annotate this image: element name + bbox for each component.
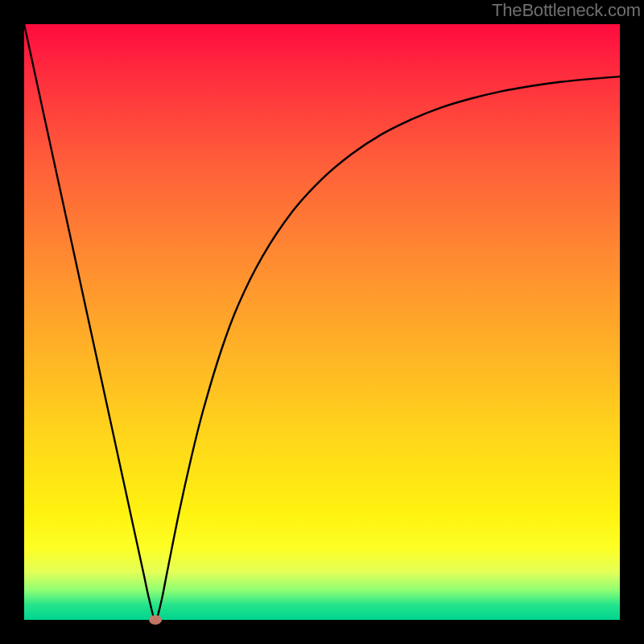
curve-path — [24, 24, 620, 620]
bottleneck-curve — [24, 24, 620, 620]
minimum-marker — [149, 615, 162, 625]
watermark-text: TheBottleneck.com — [492, 0, 641, 21]
plot-area — [24, 24, 620, 620]
chart-frame: TheBottleneck.com — [0, 0, 644, 644]
